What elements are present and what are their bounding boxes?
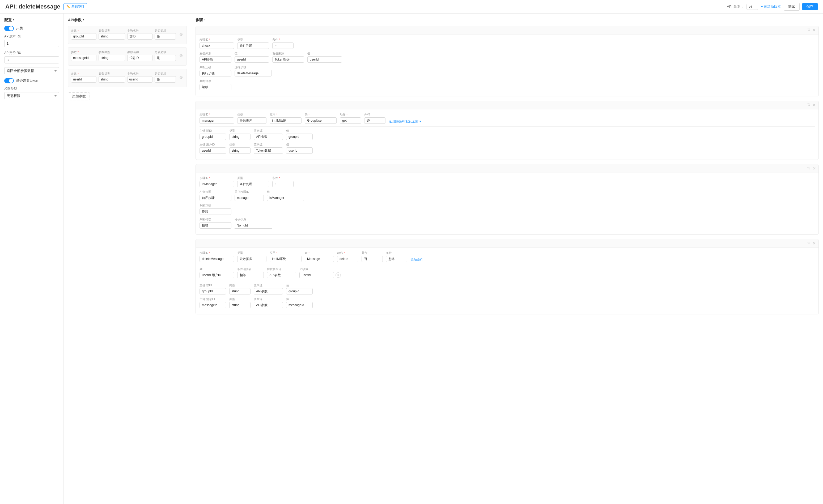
param-delete-btn-1[interactable]: ⊗ [178,31,184,37]
step-deletemessage-field-groupid-row: 主键 群ID 类型 值来源 API参数 值 [199,283,815,294]
api-price-input[interactable] [4,56,59,63]
param-type-select-2[interactable]: string [99,55,125,61]
step-deletemessage-condition-select[interactable]: 忽略 [386,256,407,262]
step-deletemessage-field-messageid-input[interactable] [199,302,226,308]
step-ismanager-close-icon[interactable]: ✕ [812,166,816,171]
param-delete-btn-2[interactable]: ⊗ [178,53,184,59]
step-deletemessage-filter-value-input[interactable] [299,272,334,278]
step-manager-field-userid-value-input[interactable] [286,148,313,154]
step-check-true-step-select[interactable]: deleteMessage [234,70,272,76]
step-ismanager-condition-select[interactable]: !! [272,181,294,187]
params-panel: API参数： 参数 * 参数类型 string 参数名称 [64,14,191,504]
step-check-true-row: 判断正确 执行步骤 选择步骤 deleteMessage [199,65,815,76]
step-deletemessage-parallel-select[interactable]: 否 [361,256,383,262]
step-deletemessage-filter-delete-btn[interactable]: × [336,272,341,278]
step-deletemessage-filter-col-select[interactable]: userId 用户ID [199,272,234,278]
step-check-id-input[interactable] [199,42,234,49]
perm-type-select[interactable]: 无需权限 [4,92,59,99]
test-button[interactable]: 调试 [784,3,800,11]
step-check-left-value-input[interactable] [234,56,269,63]
step-deletemessage-field-messageid-type-input[interactable] [229,302,251,308]
step-check-type-select[interactable]: 条件判断 [237,42,269,49]
return-all-select[interactable]: 返回全部步骤数据 [4,67,59,74]
step-card-manager: ⇅ ✕ 步骤ID * 类型 云数据库 应用 * [195,101,819,160]
step-ismanager-value-input[interactable] [267,195,304,201]
step-deletemessage-field-groupid-value-input[interactable] [286,288,313,294]
step-ismanager-prevstep-select[interactable]: manager [234,195,264,201]
step-deletemessage-field-groupid-input[interactable] [199,288,226,294]
param-name-input-1[interactable] [127,33,153,40]
step-deletemessage-field-messageid-value-input[interactable] [286,302,313,308]
step-manager-parallel-select[interactable]: 否 [364,117,385,124]
step-manager-field-userid-input[interactable] [199,148,226,154]
step-check-right-source-select[interactable]: Token数据 [272,56,304,63]
param-required-select-2[interactable]: 是 [155,55,176,61]
basic-info-button[interactable]: ✏️ 基础资料 [63,3,87,10]
step-deletemessage-filter-source-select[interactable]: API参数 [267,272,296,278]
param-required-select-1[interactable]: 是 [155,33,176,40]
step-manager-table-select[interactable]: GroupUser [305,117,337,124]
create-version-button[interactable]: + 创建新版本 [761,4,781,9]
step-deletemessage-filter-calc-field: 条件运算符 相等 [237,267,264,278]
add-param-button[interactable]: 添加参数 [68,92,90,100]
step-check-false-action-select[interactable]: 继续 [199,84,231,90]
step-ismanager-id-input[interactable] [199,181,234,187]
param-input-param-2[interactable] [71,55,97,61]
param-input-param-3[interactable] [71,76,97,82]
step-deletemessage-table-select[interactable]: Message [305,256,334,262]
param-required-select-3[interactable]: 是 [155,76,176,82]
step-check-left-source-select[interactable]: API参数 [199,56,231,63]
step-ismanager-true-field: 判断正确 继续 [199,204,231,215]
step-deletemessage-field-messageid-source-select[interactable]: API参数 [254,302,283,308]
param-type-select-1[interactable]: string [99,33,125,40]
step-deletemessage-field-groupid-type-input[interactable] [229,288,251,294]
step-ismanager-type-select[interactable]: 条件判断 [237,181,269,187]
step-manager-type-select[interactable]: 云数据库 [237,117,267,124]
api-price-item: API定价 RU [4,51,59,63]
param-delete-btn-3[interactable]: ⊗ [178,74,184,80]
step-deletemessage-action-select[interactable]: delete [337,256,358,262]
step-manager-id-input[interactable] [199,117,234,124]
step-deletemessage-id-input[interactable] [199,256,234,262]
step-manager-field-userid-type-input[interactable] [229,148,251,154]
step-deletemessage-add-condition-btn[interactable]: 添加条件 [410,258,423,262]
step-manager-action-select[interactable]: get [340,117,361,124]
step-manager-app-select[interactable]: im:IM系统 [270,117,302,124]
step-check-condition-select[interactable]: = [272,42,294,49]
step-manager-field-groupid-source-select[interactable]: API参数 [254,134,283,140]
version-select[interactable]: v1 [747,4,758,10]
step-ismanager-false-select[interactable]: 报错 [199,222,231,229]
step-ismanager-left-source-select[interactable]: 前序步骤 [199,195,231,201]
step-manager-return-link[interactable]: 返回数据列(默认全部)▾ [389,119,421,124]
step-check-sort-icon[interactable]: ⇅ [807,28,810,33]
step-ismanager-errmsg-input[interactable] [234,223,272,229]
step-ismanager-true-select[interactable]: 继续 [199,209,231,215]
step-manager-field-groupid-input[interactable] [199,134,226,140]
param-name-input-3[interactable] [127,76,153,82]
step-check-false-row: 判断错误 继续 [199,79,815,90]
param-type-select-3[interactable]: string [99,76,125,82]
step-check-right-value-input[interactable] [307,56,342,63]
step-card-ismanager: ⇅ ✕ 步骤ID * 类型 条件判断 条件 * [195,164,819,235]
step-deletemessage-field-groupid-source-select[interactable]: API参数 [254,288,283,294]
switch-toggle[interactable] [4,26,14,31]
step-ismanager-sort-icon[interactable]: ⇅ [807,166,810,171]
step-deletemessage-app-select[interactable]: im:IM系统 [270,256,302,262]
param-name-input-2[interactable] [127,55,153,61]
step-deletemessage-close-icon[interactable]: ✕ [812,241,816,246]
step-deletemessage-type-select[interactable]: 云数据库 [237,256,267,262]
step-deletemessage-sort-icon[interactable]: ⇅ [807,241,810,246]
step-check-close-icon[interactable]: ✕ [812,28,816,33]
save-button[interactable]: 保存 [802,3,818,10]
step-manager-field-groupid-type-input[interactable] [229,134,251,140]
api-cost-input[interactable] [4,40,59,47]
step-manager-close-icon[interactable]: ✕ [812,102,816,107]
step-deletemessage-field-messageid-type: 类型 [229,297,251,308]
param-input-param-1[interactable] [71,33,97,40]
step-manager-sort-icon[interactable]: ⇅ [807,102,810,107]
step-check-true-action-select[interactable]: 执行步骤 [199,70,231,76]
step-manager-field-groupid-value-input[interactable] [286,134,313,140]
require-token-toggle[interactable] [4,78,14,83]
step-deletemessage-filter-calc-select[interactable]: 相等 [237,272,264,278]
step-manager-field-userid-source-select[interactable]: Token数据 [254,148,283,154]
